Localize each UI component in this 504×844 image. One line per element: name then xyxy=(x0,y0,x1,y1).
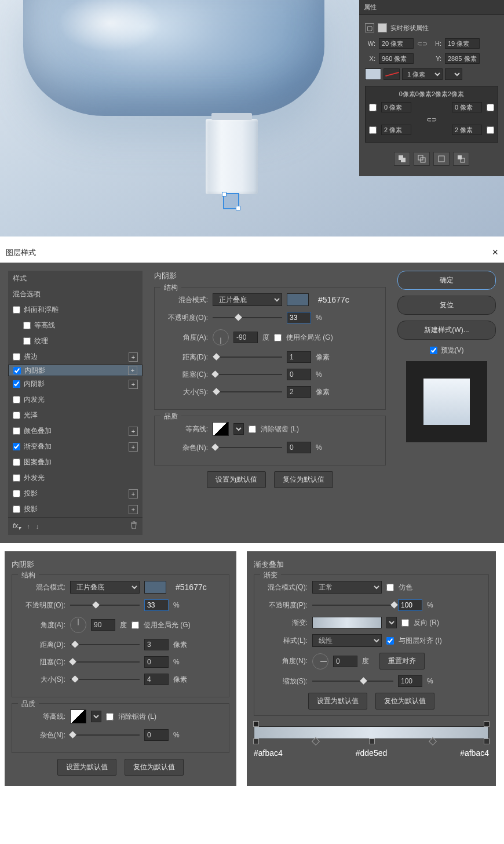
add-icon[interactable]: + xyxy=(129,489,138,499)
angle-input[interactable] xyxy=(233,332,258,343)
p2-noise-input[interactable] xyxy=(144,729,169,741)
list-inner-shadow-2[interactable]: 内阴影+ xyxy=(8,376,143,392)
p2-color-swatch[interactable] xyxy=(144,581,166,594)
p2-blend-select[interactable]: 正片叠底 xyxy=(70,581,140,594)
p3-opacity-slider[interactable] xyxy=(312,601,393,609)
list-color-overlay[interactable]: 颜色叠加+ xyxy=(8,423,143,439)
reset-align-button[interactable]: 重置对齐 xyxy=(379,653,425,670)
contour-dropdown[interactable] xyxy=(233,423,244,435)
distance-input[interactable] xyxy=(287,351,311,363)
move-down-icon[interactable]: ↓ xyxy=(36,523,39,530)
stroke-style-select[interactable]: — xyxy=(445,68,462,80)
size-input[interactable] xyxy=(287,386,311,398)
p2-anti-check[interactable] xyxy=(106,713,114,721)
stroke-width-select[interactable]: 1 像素 xyxy=(402,68,443,80)
move-up-icon[interactable]: ↑ xyxy=(27,523,30,530)
p2-noise-slider[interactable] xyxy=(70,731,140,739)
list-drop-shadow-1[interactable]: 投影+ xyxy=(8,486,143,501)
p2-set-default[interactable]: 设置为默认值 xyxy=(57,759,116,776)
blend-mode-select[interactable]: 正片叠底 xyxy=(213,293,282,306)
list-satin[interactable]: 光泽 xyxy=(8,408,143,423)
list-inner-shadow-1[interactable]: 内阴影+ xyxy=(8,365,143,376)
choke-input[interactable] xyxy=(287,369,311,380)
gradient-swatch[interactable] xyxy=(312,617,382,628)
add-icon[interactable]: + xyxy=(129,427,138,436)
fx-icon[interactable]: fx▾ xyxy=(13,522,21,531)
add-icon[interactable]: + xyxy=(129,352,138,362)
p2-choke-input[interactable] xyxy=(144,656,169,668)
stroke-swatch[interactable] xyxy=(384,68,400,80)
p2-contour-dd[interactable] xyxy=(91,711,101,722)
p2-dist-slider[interactable] xyxy=(70,641,140,649)
list-contour[interactable]: 等高线 xyxy=(8,318,143,333)
p3-blend-select[interactable]: 正常 xyxy=(312,581,382,594)
midpoint-2[interactable] xyxy=(429,737,437,745)
size-slider[interactable] xyxy=(213,388,282,396)
angle-dial[interactable] xyxy=(213,329,229,345)
p3-angle-dial[interactable] xyxy=(312,653,328,670)
p2-contour[interactable] xyxy=(70,710,86,723)
global-light-check[interactable] xyxy=(274,334,282,341)
add-icon[interactable]: + xyxy=(129,380,138,389)
add-icon[interactable]: + xyxy=(129,505,138,514)
list-stroke[interactable]: 描边+ xyxy=(8,349,143,365)
p3-reverse-check[interactable] xyxy=(401,619,409,627)
color-swatch[interactable] xyxy=(287,293,309,306)
midpoint-1[interactable] xyxy=(312,737,320,745)
opacity-slider[interactable] xyxy=(213,314,282,322)
y-input[interactable] xyxy=(445,53,480,64)
opacity-input[interactable] xyxy=(287,312,311,323)
p2-reset-default[interactable]: 复位为默认值 xyxy=(125,759,184,776)
list-drop-shadow-2[interactable]: 投影+ xyxy=(8,501,143,517)
p3-scale-input[interactable] xyxy=(398,675,422,687)
p3-set-default[interactable]: 设置为默认值 xyxy=(308,693,367,710)
choke-slider[interactable] xyxy=(213,370,282,379)
list-bevel[interactable]: 斜面和浮雕 xyxy=(8,302,143,318)
set-default-button[interactable]: 设置为默认值 xyxy=(207,471,266,488)
p3-align-check[interactable] xyxy=(386,637,394,645)
list-gradient-overlay[interactable]: 渐变叠加+ xyxy=(8,439,143,454)
color-stop-2[interactable] xyxy=(369,739,375,744)
add-icon[interactable]: + xyxy=(128,366,137,375)
list-inner-glow[interactable]: 内发光 xyxy=(8,392,143,408)
pathop-2-button[interactable] xyxy=(414,152,430,166)
corner-tl-input[interactable] xyxy=(381,102,411,112)
width-input[interactable] xyxy=(379,38,414,49)
trash-icon[interactable] xyxy=(130,521,138,532)
contour-picker[interactable] xyxy=(213,422,229,436)
p3-dither-check[interactable] xyxy=(386,584,394,591)
fill-swatch[interactable] xyxy=(365,68,381,80)
height-input[interactable] xyxy=(445,38,480,49)
corner-tr-check[interactable] xyxy=(487,104,494,111)
list-styles[interactable]: 样式 xyxy=(8,271,143,286)
opacity-stop-left[interactable] xyxy=(253,721,259,727)
corner-br-input[interactable] xyxy=(452,125,482,135)
p2-size-slider[interactable] xyxy=(70,675,140,683)
p2-size-input[interactable] xyxy=(144,674,169,685)
p2-choke-slider[interactable] xyxy=(70,658,140,666)
link-wh-icon[interactable]: ⊂⊃ xyxy=(417,39,428,48)
opacity-stop-right[interactable] xyxy=(484,721,490,727)
corner-bl-check[interactable] xyxy=(369,126,377,134)
selection-box[interactable] xyxy=(223,193,239,209)
noise-input[interactable] xyxy=(287,442,311,453)
p3-reset-default[interactable]: 复位为默认值 xyxy=(375,693,434,710)
p3-angle-input[interactable] xyxy=(333,656,357,667)
p3-grad-dd[interactable] xyxy=(386,617,397,628)
new-style-button[interactable]: 新建样式(W)... xyxy=(397,321,496,340)
p3-style-select[interactable]: 线性 xyxy=(312,634,382,647)
list-outer-glow[interactable]: 外发光 xyxy=(8,470,143,486)
color-stop-3[interactable] xyxy=(484,739,490,744)
color-stop-1[interactable] xyxy=(253,739,259,744)
close-icon[interactable]: × xyxy=(492,246,498,259)
list-pattern-overlay[interactable]: 图案叠加 xyxy=(8,454,143,470)
pathop-4-button[interactable] xyxy=(453,152,469,166)
add-icon[interactable]: + xyxy=(129,442,138,452)
pathop-3-button[interactable] xyxy=(433,152,450,166)
x-input[interactable] xyxy=(379,53,414,64)
p3-scale-slider[interactable] xyxy=(312,677,393,685)
antialias-check[interactable] xyxy=(249,425,256,433)
p2-angle-dial[interactable] xyxy=(70,617,86,633)
p2-global-check[interactable] xyxy=(132,621,139,629)
corner-tl-check[interactable] xyxy=(369,104,377,111)
